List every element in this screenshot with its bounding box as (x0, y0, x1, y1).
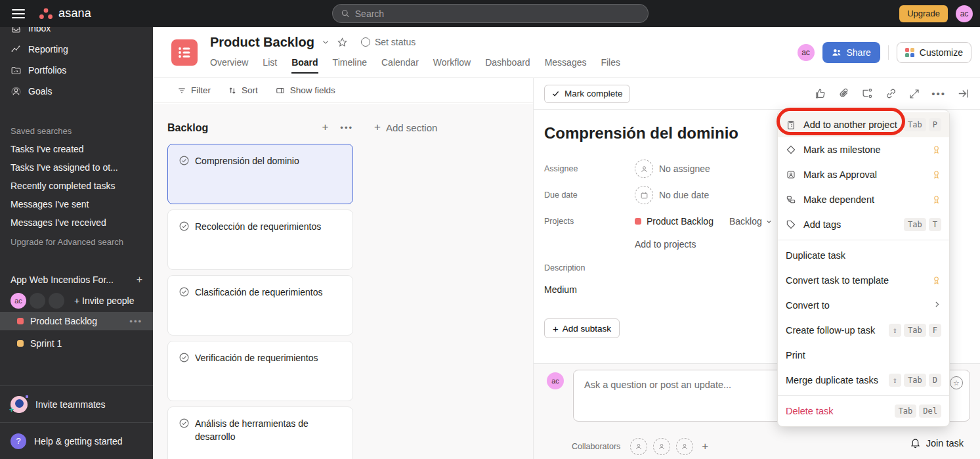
sort-button[interactable]: Sort (228, 85, 258, 95)
menu-item-create-follow-up-task[interactable]: Create follow-up task ⇧TabF (778, 318, 949, 343)
sidebar-project-sprint-1[interactable]: Sprint 1 (0, 334, 153, 353)
menu-item-delete-task[interactable]: Delete task TabDel (778, 399, 949, 424)
user-avatar[interactable]: ac (956, 5, 973, 22)
check-circle-icon[interactable] (179, 418, 190, 432)
tab-overview[interactable]: Overview (210, 57, 248, 74)
menu-item-add-tags[interactable]: Add tags TabT (778, 212, 949, 237)
menu-item-mark-as-milestone[interactable]: Mark as milestone (778, 137, 949, 162)
sidebar-item-portfolios[interactable]: Portfolios (0, 60, 153, 81)
column-title[interactable]: Backlog (167, 122, 322, 134)
invite-people-link[interactable]: + Invite people (74, 295, 134, 306)
task-card-analisis[interactable]: Análisis de herramientas de desarrollo (167, 406, 353, 459)
premium-medal-icon (931, 169, 941, 180)
collaborator-placeholder-icon[interactable] (630, 438, 647, 455)
saved-search-recently-completed[interactable]: Recently completed tasks (0, 177, 153, 195)
tab-workflow[interactable]: Workflow (433, 57, 471, 74)
menu-item-merge-duplicate-tasks[interactable]: Merge duplicate tasks ⇧TabD (778, 368, 949, 393)
more-options-icon[interactable]: ••• (931, 88, 946, 99)
tab-calendar[interactable]: Calendar (381, 57, 419, 74)
upgrade-advanced-search-link[interactable]: Upgrade for Advanced search (0, 232, 153, 251)
invite-teammates-button[interactable]: + Invite teammates (0, 386, 153, 422)
collaborator-placeholder-icon[interactable] (653, 438, 670, 455)
saved-search-tasks-assigned[interactable]: Tasks I've assigned to ot... (0, 158, 153, 177)
expand-icon[interactable] (908, 88, 920, 100)
menu-item-mark-as-approval[interactable]: Mark as Approval (778, 162, 949, 187)
saved-search-messages-received[interactable]: Messages I've received (0, 213, 153, 232)
tab-list[interactable]: List (263, 57, 277, 74)
task-card-recoleccion[interactable]: Recolección de requerimientos (167, 209, 353, 270)
set-status-button[interactable]: Set status (361, 37, 415, 47)
tab-board[interactable]: Board (291, 57, 318, 74)
due-date-value[interactable]: No due date (659, 190, 709, 200)
close-panel-icon[interactable] (957, 87, 969, 100)
add-section-button[interactable]: + Add section (374, 121, 437, 134)
menu-item-print[interactable]: Print (778, 343, 949, 368)
add-project-icon[interactable]: + (137, 274, 142, 286)
menu-item-add-to-another-project[interactable]: Add to another project TabP (778, 112, 949, 137)
add-subtask-label: Add subtask (563, 324, 611, 334)
add-task-icon[interactable]: + (322, 121, 328, 135)
asana-logo[interactable]: asana (38, 7, 91, 20)
check-circle-icon[interactable] (179, 221, 190, 235)
check-circle-icon[interactable] (179, 352, 190, 366)
column-more-icon[interactable]: ••• (340, 121, 353, 135)
collaborator-placeholder-icon[interactable] (676, 438, 693, 455)
sidebar-item-inbox[interactable]: Inbox (0, 27, 153, 39)
tab-files[interactable]: Files (601, 57, 620, 74)
member-avatar[interactable]: ac (798, 44, 815, 61)
project-more-icon[interactable]: ••• (129, 317, 142, 326)
menu-item-duplicate-task[interactable]: Duplicate task (778, 243, 949, 268)
assignee-value[interactable]: No assignee (659, 164, 710, 174)
sidebar-item-label: Portfolios (28, 65, 66, 76)
tab-messages[interactable]: Messages (545, 57, 587, 74)
sidebar-project-product-backlog[interactable]: Product Backlog ••• (0, 312, 153, 330)
favorite-star-icon[interactable] (337, 37, 348, 48)
due-date-calendar-icon[interactable] (635, 186, 653, 204)
tab-dashboard[interactable]: Dashboard (485, 57, 530, 74)
attach-icon[interactable] (838, 87, 850, 100)
subtask-icon[interactable] (861, 87, 874, 100)
task-card-verificacion[interactable]: Verificación de requerimientos (167, 341, 353, 401)
project-icon[interactable] (171, 39, 198, 66)
menu-item-convert-task-to-template[interactable]: Convert task to template (778, 268, 949, 293)
add-subtask-button[interactable]: + Add subtask (544, 318, 620, 338)
upgrade-button[interactable]: Upgrade (899, 5, 948, 22)
appreciation-sticker-icon[interactable]: ☆ (950, 376, 963, 389)
tab-timeline[interactable]: Timeline (333, 57, 367, 74)
customize-button[interactable]: Customize (897, 42, 971, 63)
mark-complete-button[interactable]: Mark complete (544, 85, 630, 103)
projects-label: Projects (544, 217, 635, 226)
saved-search-messages-sent[interactable]: Messages I've sent (0, 195, 153, 213)
filter-button[interactable]: Filter (177, 85, 211, 95)
team-member-avatar-placeholder[interactable] (30, 293, 45, 309)
title-chevron-down-icon[interactable] (321, 37, 330, 47)
check-circle-icon[interactable] (179, 286, 190, 301)
search-input[interactable] (355, 9, 640, 19)
team-header[interactable]: App Web Incendios For... + (0, 270, 153, 290)
add-collaborator-icon[interactable]: + (702, 440, 708, 453)
help-button[interactable]: ? Help & getting started (0, 423, 153, 459)
link-icon[interactable] (885, 87, 897, 100)
task-card-comprension-del-dominio[interactable]: Comprensión del dominio (167, 144, 353, 204)
section-dropdown[interactable]: Backlog (729, 216, 773, 227)
like-icon[interactable] (814, 87, 826, 100)
show-fields-button[interactable]: Show fields (275, 85, 335, 95)
task-context-menu: Add to another project TabP Mark as mile… (777, 110, 950, 427)
join-task-button[interactable]: Join task (910, 437, 964, 448)
global-search[interactable] (332, 4, 649, 23)
goals-icon (11, 86, 22, 97)
hamburger-menu-icon[interactable] (12, 9, 25, 18)
check-circle-icon[interactable] (179, 155, 190, 169)
plus-icon: + (374, 121, 381, 134)
task-card-clasificacion[interactable]: Clasificación de requerimientos (167, 275, 353, 336)
menu-item-make-dependent[interactable]: Make dependent (778, 187, 949, 212)
assignee-avatar-placeholder-icon[interactable] (635, 160, 653, 178)
sidebar-item-reporting[interactable]: Reporting (0, 39, 153, 60)
saved-search-tasks-created[interactable]: Tasks I've created (0, 140, 153, 158)
team-member-avatar-placeholder[interactable] (49, 293, 64, 309)
team-member-avatar[interactable]: ac (11, 293, 26, 309)
menu-item-convert-to[interactable]: Convert to (778, 293, 949, 318)
sidebar-item-goals[interactable]: Goals (0, 81, 153, 102)
project-chip[interactable]: Product Backlog (635, 216, 714, 227)
share-button[interactable]: Share (822, 42, 880, 63)
